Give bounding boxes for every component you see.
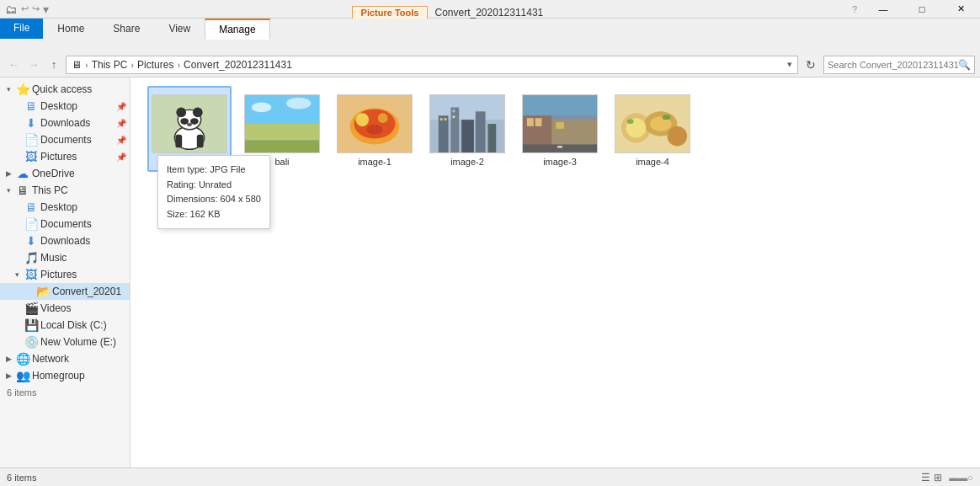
file-item-baby-panda[interactable]: baby-panda Item type: JPG File Rating: U… <box>147 86 232 172</box>
file-item-image-1[interactable]: image-1 <box>333 86 417 172</box>
svg-rect-24 <box>439 115 449 152</box>
this-pc-label: This PC <box>32 184 68 196</box>
this-pc-desktop-icon: 🖥 <box>24 200 39 214</box>
svg-rect-40 <box>523 144 597 152</box>
path-folder-icon: 🖥 <box>72 59 82 71</box>
minimize-button[interactable]: — <box>864 0 903 19</box>
pin-icon-4: 📌 <box>116 152 126 162</box>
onedrive-icon: ☁ <box>15 167 30 180</box>
sidebar-item-this-pc-videos[interactable]: 🎬 Videos <box>0 300 130 317</box>
file-item-bali[interactable]: bali <box>240 86 324 172</box>
back-button[interactable]: ← <box>5 56 22 73</box>
path-part-thispc[interactable]: This PC <box>92 59 128 71</box>
sidebar-item-pictures-quick[interactable]: 🖼 Pictures 📌 <box>0 148 130 165</box>
status-bar: 6 items ☰ ⊞ ▬▬○ <box>0 467 980 486</box>
tab-share[interactable]: Share <box>99 19 154 39</box>
svg-rect-25 <box>450 107 459 152</box>
app-title: Convert_202012311431 <box>428 7 550 19</box>
up-button[interactable]: ↑ <box>45 56 62 73</box>
list-view-icon[interactable]: ☰ <box>921 472 930 483</box>
convert-folder-label: Convert_20201 <box>52 286 121 297</box>
undo-icon: ↩ <box>20 3 29 14</box>
grid-view-icon[interactable]: ⊞ <box>934 472 942 483</box>
tab-home[interactable]: Home <box>43 19 99 39</box>
search-box[interactable]: 🔍 <box>823 56 975 74</box>
sidebar-item-this-pc-documents[interactable]: 📄 Documents <box>0 216 130 232</box>
path-sep-1: › <box>85 60 88 70</box>
sidebar-item-network[interactable]: ▶ 🌐 Network <box>0 350 130 367</box>
pictures-quick-label: Pictures <box>40 151 77 163</box>
quick-access-label: Quick access <box>32 83 92 95</box>
help-button[interactable]: ? <box>852 4 857 14</box>
chevron-right-icon: ▶ <box>3 169 13 178</box>
pictures-chevron: ▾ <box>12 270 22 279</box>
sidebar-item-this-pc-pictures[interactable]: ▾ 🖼 Pictures <box>0 266 130 283</box>
file-name-image-4: image-4 <box>636 157 669 167</box>
tab-manage[interactable]: Manage <box>205 19 269 40</box>
file-name-image-2: image-2 <box>450 157 484 167</box>
food2-svg <box>615 94 690 153</box>
chevron-down-icon: ▾ <box>3 85 13 93</box>
sidebar-item-this-pc-music[interactable]: 🎵 Music <box>0 249 130 266</box>
address-path[interactable]: 🖥 › This PC › Pictures › Convert_2020123… <box>66 56 798 74</box>
quick-access-icon: ⭐ <box>15 83 30 96</box>
network-chevron: ▶ <box>3 355 13 363</box>
close-button[interactable]: ✕ <box>941 0 980 19</box>
tooltip-line4: Size: 162 KB <box>167 207 261 222</box>
file-grid: baby-panda Item type: JPG File Rating: U… <box>147 86 963 172</box>
svg-rect-32 <box>452 115 455 118</box>
svg-rect-28 <box>487 124 496 152</box>
sidebar-section-quick-access[interactable]: ▾ ⭐ Quick access <box>0 81 130 98</box>
sidebar-item-downloads-quick[interactable]: ⬇ Downloads 📌 <box>0 115 130 131</box>
refresh-button[interactable]: ↻ <box>802 56 820 74</box>
network-label: Network <box>32 353 69 365</box>
sidebar-item-new-volume[interactable]: 💿 New Volume (E:) <box>0 334 130 350</box>
sidebar-item-onedrive[interactable]: ▶ ☁ OneDrive <box>0 165 130 182</box>
convert-folder-icon: 📂 <box>35 285 51 298</box>
sidebar-item-local-disk[interactable]: 💾 Local Disk (C:) <box>0 317 130 334</box>
title-bar-mid: Picture Tools Convert_202012311431 <box>352 0 551 19</box>
main-layout: ▾ ⭐ Quick access 🖥 Desktop 📌 ⬇ Downloads… <box>0 77 980 467</box>
ribbon-tabs: File Home Share View Manage <box>0 19 980 39</box>
folder-icon: 🗂 <box>3 3 19 16</box>
path-part-pictures[interactable]: Pictures <box>137 59 173 71</box>
zoom-slider[interactable]: ▬▬○ <box>949 473 973 483</box>
onedrive-label: OneDrive <box>32 168 75 179</box>
tooltip-line3: Dimensions: 604 x 580 <box>167 192 261 207</box>
path-dropdown-icon[interactable]: ▾ <box>787 59 792 70</box>
this-pc-music-icon: 🎵 <box>24 251 39 264</box>
documents-icon: 📄 <box>24 133 39 147</box>
svg-rect-41 <box>557 146 562 147</box>
dropdown-icon[interactable]: ▾ <box>42 3 50 16</box>
city2-svg <box>523 94 597 153</box>
tab-view[interactable]: View <box>154 19 205 39</box>
svg-rect-38 <box>535 118 542 126</box>
file-item-image-3[interactable]: image-3 <box>518 86 602 172</box>
svg-point-21 <box>366 125 383 135</box>
tab-file[interactable]: File <box>0 19 43 39</box>
sidebar-item-convert-folder[interactable]: 📂 Convert_20201 <box>0 283 130 300</box>
forward-button[interactable]: → <box>25 56 42 73</box>
this-pc-pictures-icon: 🖼 <box>24 268 39 281</box>
this-pc-icon: 🖥 <box>15 184 30 197</box>
search-input[interactable] <box>828 60 958 70</box>
svg-point-14 <box>252 103 271 113</box>
desktop-folder-icon: 🖥 <box>24 99 39 113</box>
thumbnail-image-2 <box>429 94 505 153</box>
content-area: baby-panda Item type: JPG File Rating: U… <box>130 77 980 467</box>
this-pc-videos-label: Videos <box>40 302 71 314</box>
sidebar-item-documents-quick[interactable]: 📄 Documents 📌 <box>0 131 130 148</box>
homegroup-chevron: ▶ <box>3 371 13 380</box>
file-item-image-2[interactable]: image-2 <box>425 86 509 172</box>
sidebar-item-homegroup[interactable]: ▶ 👥 Homegroup <box>0 367 130 384</box>
sidebar-item-this-pc-downloads[interactable]: ⬇ Downloads <box>0 232 130 249</box>
file-name-image-1: image-1 <box>358 157 391 167</box>
ribbon: File Home Share View Manage <box>0 19 980 52</box>
maximize-button[interactable]: □ <box>903 0 941 19</box>
sidebar-item-this-pc-desktop[interactable]: 🖥 Desktop <box>0 199 130 216</box>
sidebar-item-desktop-quick[interactable]: 🖥 Desktop 📌 <box>0 98 130 115</box>
picture-tools-label: Picture Tools <box>352 6 429 19</box>
path-part-folder[interactable]: Convert_202012311431 <box>184 59 292 71</box>
sidebar-item-this-pc[interactable]: ▾ 🖥 This PC <box>0 182 130 199</box>
file-item-image-4[interactable]: image-4 <box>610 86 695 172</box>
